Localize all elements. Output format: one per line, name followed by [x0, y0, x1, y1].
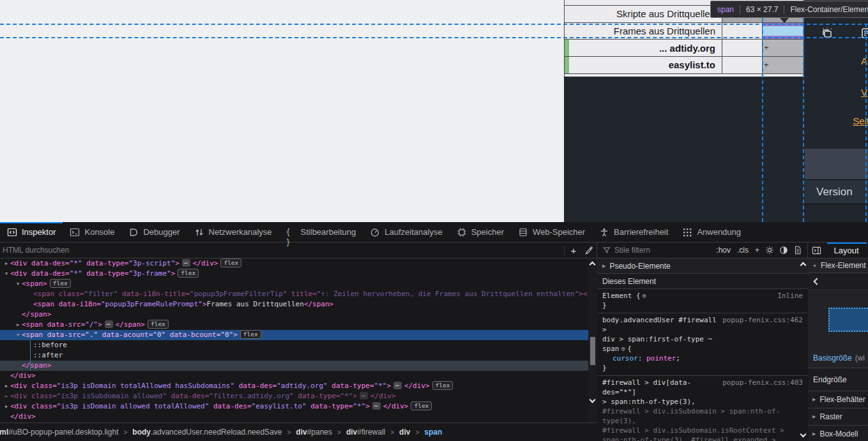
- add-rule-button[interactable]: +: [752, 246, 763, 255]
- markup-line[interactable]: ▶<div data-des="*" data-type="3p-script"…: [0, 258, 597, 269]
- html-search-input[interactable]: [0, 243, 563, 258]
- markup-line[interactable]: <span data-i18n="popup3pFrameRulePrompt"…: [0, 299, 597, 310]
- scroll-up-icon[interactable]: [590, 262, 596, 268]
- flex-badge[interactable]: flex: [432, 381, 453, 390]
- back-icon[interactable]: [813, 278, 820, 285]
- expand-arrow-icon[interactable]: ▼: [14, 279, 22, 289]
- tab-anwendung[interactable]: Anwendung: [675, 222, 748, 242]
- firewall-cell[interactable]: +: [762, 40, 803, 56]
- node-more-badge[interactable]: ⋯: [182, 259, 190, 267]
- firewall-cell[interactable]: +: [762, 57, 803, 73]
- expand-sidebar-icon[interactable]: [808, 243, 825, 258]
- markup-line[interactable]: </div>: [0, 371, 597, 381]
- tab-barrierefreiheit[interactable]: Barrierefreiheit: [592, 222, 675, 242]
- markup-code: <span class="filter" data-i18n-title="po…: [33, 289, 597, 299]
- flex-badge[interactable]: flex: [148, 320, 169, 329]
- node-more-badge[interactable]: ⋯: [393, 382, 402, 389]
- breadcrumb-item-div[interactable]: div#panes: [294, 428, 333, 437]
- tab-netzwerkanalyse[interactable]: Netzwerkanalyse: [187, 222, 279, 242]
- flex-badge[interactable]: flex: [411, 401, 432, 410]
- flex-basis-label[interactable]: Basisgröße: [813, 354, 852, 363]
- scrollbar-thumb[interactable]: [590, 337, 595, 365]
- devtools-tabbar: InspektorKonsoleDebuggerNetzwerkanalyse{…: [0, 222, 868, 243]
- markup-line[interactable]: ▼<span data-src="." data-acount="0" data…: [0, 330, 597, 340]
- markup-scrollbar[interactable]: [588, 258, 597, 422]
- code-token: <div class=: [10, 392, 57, 400]
- breadcrumb-item-html[interactable]: html#uBO-popup-panel.desktop.light: [0, 428, 119, 437]
- style-filter-input[interactable]: [614, 246, 713, 255]
- flex-item-header[interactable]: ▼ Flex-Element von: [808, 258, 868, 273]
- pseudo-class-hov-button[interactable]: :hov: [713, 246, 734, 255]
- layout-section-flex-beh-lter[interactable]: ▶Flex-Behälter: [808, 391, 868, 408]
- light-scheme-icon[interactable]: [763, 243, 777, 257]
- pseudo-elements-header[interactable]: ▶ Pseudo-Elemente: [597, 258, 808, 274]
- css-declaration[interactable]: cursor: pointer;: [602, 354, 803, 363]
- flex-badge[interactable]: flex: [178, 269, 199, 278]
- class-panel-button[interactable]: .cls: [734, 246, 752, 255]
- markup-line[interactable]: </div>: [0, 412, 597, 422]
- layout-section-box-modell[interactable]: ▶Box-Modell: [808, 426, 868, 441]
- expand-arrow-icon[interactable]: ▶: [14, 320, 22, 330]
- markup-line[interactable]: ▶<div class="is3p isDomain totalAllowed …: [0, 381, 597, 391]
- expand-arrow-icon[interactable]: ▶: [3, 391, 10, 401]
- css-rule-462[interactable]: body.advancedUser #firewall > popup-feni…: [597, 313, 808, 376]
- markup-line[interactable]: </span>: [0, 361, 597, 371]
- layout-sections: ▶Flex-Behälter▶Raster▶Box-Modell: [808, 391, 868, 441]
- node-more-badge[interactable]: ⋯: [360, 392, 368, 400]
- ubo-clipped-tool-icon[interactable]: [860, 26, 868, 41]
- highlight-selector-icon[interactable]: ⊕: [620, 345, 628, 353]
- markup-code: </div>: [10, 371, 36, 381]
- breadcrumb-item-span[interactable]: span: [423, 428, 443, 437]
- expand-arrow-icon[interactable]: ▶: [3, 258, 10, 269]
- flex-badge[interactable]: flex: [50, 279, 71, 288]
- expand-arrow-icon[interactable]: ▼: [3, 269, 10, 279]
- firewall-row[interactable]: easylist.to+: [565, 57, 803, 74]
- create-node-button[interactable]: +: [566, 243, 581, 258]
- eyedropper-icon[interactable]: [581, 243, 597, 258]
- expand-arrow-icon[interactable]: ▼: [14, 330, 22, 340]
- highlight-selector-icon[interactable]: ⊕: [641, 292, 649, 300]
- dark-scheme-icon[interactable]: [777, 243, 791, 257]
- rule-source-link[interactable]: Inline: [777, 291, 803, 301]
- rule-source-link[interactable]: popup-fenix.css:403: [722, 378, 803, 397]
- markup-line[interactable]: ▼<span>flex: [0, 279, 597, 289]
- tab-debugger[interactable]: Debugger: [121, 222, 187, 242]
- markup-line[interactable]: <span class="filter" data-i18n-title="po…: [0, 289, 597, 299]
- markup-line[interactable]: ::after: [0, 350, 597, 361]
- markup-line[interactable]: ▶<div class="is3p isSubdomain allowed" d…: [0, 391, 597, 401]
- tab-speicher[interactable]: Speicher: [450, 222, 511, 242]
- expand-arrow-icon[interactable]: ▶: [3, 401, 10, 412]
- tab-laufzeitanalyse[interactable]: Laufzeitanalyse: [363, 222, 449, 242]
- tab-layout[interactable]: Layout: [825, 243, 868, 258]
- markup-line[interactable]: ▼<div data-des="*" data-type="3p-frame">…: [0, 269, 597, 279]
- markup-line[interactable]: ▶<div class="is3p isDomain allowed total…: [0, 401, 597, 412]
- scroll-down-icon[interactable]: [590, 397, 596, 403]
- node-more-badge[interactable]: ⋯: [372, 402, 381, 410]
- firewall-cell[interactable]: [722, 57, 762, 73]
- expand-arrow-icon[interactable]: ▶: [3, 381, 10, 391]
- flex-badge[interactable]: flex: [240, 330, 261, 339]
- inline-style-rule[interactable]: Element {⊕ Inline }: [597, 289, 808, 313]
- firewall-row[interactable]: ... adtidy.org+: [565, 40, 803, 57]
- breadcrumb-item-div[interactable]: div#firewall: [345, 428, 386, 437]
- node-more-badge[interactable]: ⋯: [105, 320, 113, 328]
- breadcrumb-item-div[interactable]: div: [398, 428, 411, 437]
- print-media-icon[interactable]: [791, 243, 805, 257]
- tab-inspektor[interactable]: Inspektor: [0, 222, 63, 242]
- css-rule-403[interactable]: #firewall > div[data-des="*"] popup-feni…: [597, 376, 808, 441]
- tab-konsole[interactable]: Konsole: [63, 222, 121, 242]
- infobar-dimensions: 63 × 27.7: [746, 5, 778, 14]
- ubo-frames-tool-icon[interactable]: [819, 26, 835, 41]
- tab-web-speicher[interactable]: Web-Speicher: [511, 222, 592, 242]
- firewall-cell[interactable]: [722, 40, 762, 56]
- layout-section-raster[interactable]: ▶Raster: [808, 408, 868, 426]
- flex-guide-vertical-mid: [803, 17, 804, 222]
- markup-line[interactable]: ::before: [0, 340, 597, 350]
- tab-stilbearbeitung[interactable]: { }Stilbearbeitung: [279, 222, 363, 242]
- code-token: "adtidy.org": [277, 382, 327, 390]
- markup-line[interactable]: ▶<span data-src="/">⋯</span>flex: [0, 320, 597, 330]
- flex-badge[interactable]: flex: [220, 258, 241, 267]
- rule-source-link[interactable]: popup-fenix.css:462: [722, 315, 803, 334]
- breadcrumb-item-body[interactable]: body.advancedUser.needReload.needSave: [131, 428, 283, 437]
- markup-line[interactable]: </span>: [0, 310, 597, 320]
